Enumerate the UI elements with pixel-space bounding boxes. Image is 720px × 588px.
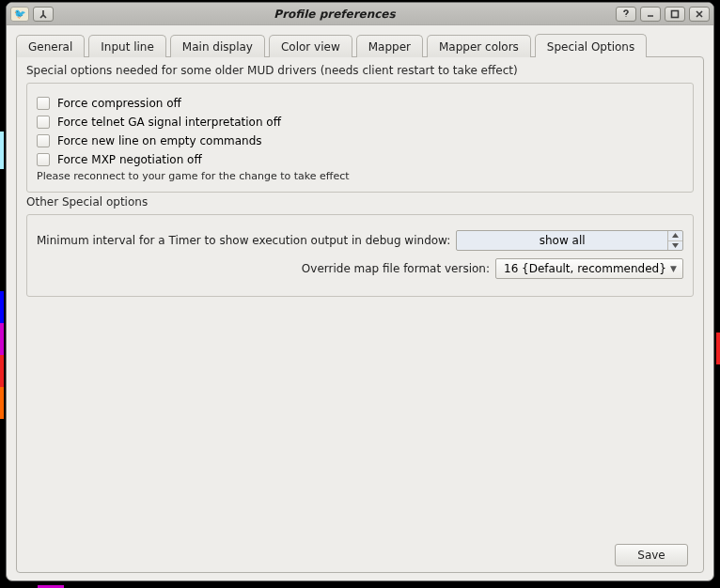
checkbox-label: Force compression off: [57, 97, 181, 110]
tab-input-line[interactable]: Input line: [88, 35, 166, 57]
map-version-value: 16 {Default, recommended}: [504, 262, 666, 275]
minimize-icon[interactable]: [640, 7, 661, 22]
tab-general[interactable]: General: [16, 35, 85, 57]
tabstrip: General Input line Main display Color vi…: [16, 33, 704, 56]
checkbox-label: Force MXP negotiation off: [57, 153, 202, 166]
titlebar[interactable]: 🐦 Profile preferences: [7, 3, 713, 25]
spinner-down-icon[interactable]: [668, 241, 682, 251]
tab-mapper[interactable]: Mapper: [356, 35, 423, 57]
preferences-window: 🐦 Profile preferences General Input line: [6, 2, 714, 581]
footer: Save: [26, 540, 694, 566]
checkbox-force-telnet-ga-off[interactable]: [37, 116, 50, 129]
group-old-mud-drivers: Force compression off Force telnet GA si…: [26, 83, 694, 193]
pin-icon[interactable]: [33, 7, 54, 22]
tab-special-options[interactable]: Special Options: [535, 34, 647, 57]
group1-title: Special options needed for some older MU…: [26, 64, 694, 77]
checkbox-row-force-telnet-ga-off[interactable]: Force telnet GA signal interpretation of…: [37, 116, 683, 129]
checkbox-label: Force new line on empty commands: [57, 134, 262, 147]
tab-mapper-colors[interactable]: Mapper colors: [427, 35, 531, 57]
svg-rect-0: [672, 10, 679, 17]
checkbox-force-compression-off[interactable]: [37, 97, 50, 110]
spinner-up-icon[interactable]: [668, 231, 682, 241]
timer-interval-spinner[interactable]: show all: [456, 230, 683, 251]
group-other-options: Minimum interval for a Timer to show exe…: [26, 214, 694, 297]
checkbox-row-force-newline-empty[interactable]: Force new line on empty commands: [37, 134, 683, 147]
save-button[interactable]: Save: [615, 544, 688, 566]
app-icon: 🐦: [10, 7, 29, 22]
map-version-dropdown[interactable]: 16 {Default, recommended} ▼: [495, 258, 683, 279]
help-icon[interactable]: [616, 7, 636, 22]
checkbox-force-mxp-off[interactable]: [37, 153, 50, 166]
checkbox-label: Force telnet GA signal interpretation of…: [57, 116, 281, 129]
group2-title: Other Special options: [26, 195, 694, 209]
timer-interval-value: show all: [457, 231, 667, 250]
checkbox-row-force-compression-off[interactable]: Force compression off: [37, 97, 683, 110]
maximize-icon[interactable]: [665, 7, 685, 22]
window-title: Profile preferences: [54, 8, 616, 21]
chevron-down-icon: ▼: [670, 264, 677, 273]
tab-color-view[interactable]: Color view: [269, 35, 352, 57]
tab-main-display[interactable]: Main display: [170, 35, 265, 57]
timer-interval-label: Minimum interval for a Timer to show exe…: [37, 234, 450, 247]
close-icon[interactable]: [689, 7, 710, 22]
checkbox-row-force-mxp-off[interactable]: Force MXP negotiation off: [37, 153, 683, 166]
checkbox-force-newline-empty[interactable]: [37, 134, 50, 147]
tabpage-special-options: Special options needed for some older MU…: [16, 56, 704, 573]
map-version-label: Override map file format version:: [302, 262, 490, 275]
reconnect-hint: Please reconnect to your game for the ch…: [37, 170, 683, 182]
